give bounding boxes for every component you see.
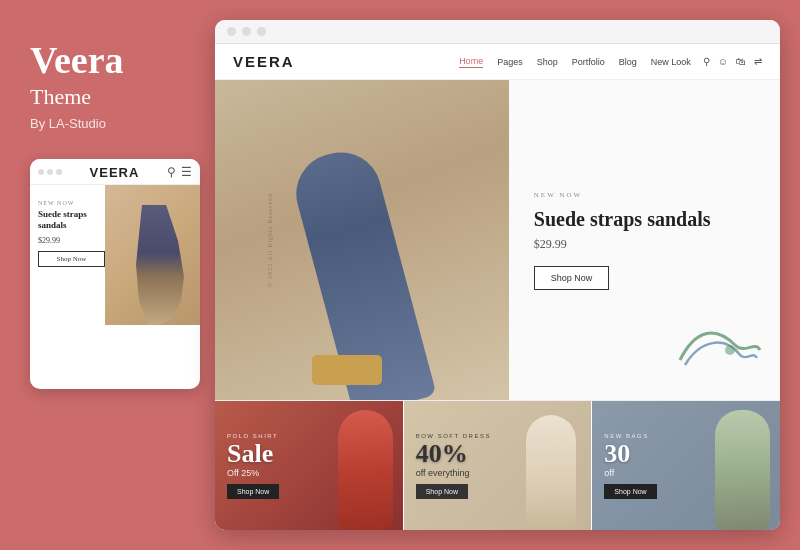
promo-btn-3[interactable]: Shop Now [604,484,656,499]
nav-item-pages[interactable]: Pages [497,57,523,67]
mobile-shoe-visual [105,185,200,325]
promo-tag-2: BOW SOFT DRESS [416,433,491,439]
promo-overlay-3: NEW BAGS 30 off Shop Now [592,401,780,530]
mobile-dots [38,169,62,175]
desktop-dot-3 [257,27,266,36]
desktop-user-icon[interactable]: ☺ [718,56,728,67]
hero-shoe-strap [312,355,382,385]
promo-btn-1[interactable]: Shop Now [227,484,279,499]
desktop-topbar [215,20,780,44]
desktop-nav-icons: ⚲ ☺ 🛍 ⇌ [703,56,762,67]
mobile-hero-image [105,185,200,325]
promo-card-3: NEW BAGS 30 off Shop Now [591,401,780,530]
hero-new-tag: NEW NOW [534,191,755,199]
mobile-shoe-leg [130,205,190,325]
promo-sub-text-3: off [604,468,614,478]
promo-big-text-3: 30 [604,441,630,467]
hero-content: NEW NOW Suede straps sandals $29.99 Shop… [509,80,780,400]
hero-price: $29.99 [534,237,755,252]
mobile-logo: VEERA [90,165,140,180]
mobile-top-bar: VEERA ⚲ ☰ [30,159,200,185]
mobile-shop-button[interactable]: Shop Now [38,251,105,267]
hero-image-area: © 2023 All Rights Reserved [215,80,509,400]
desktop-dot-2 [242,27,251,36]
hero-product-title: Suede straps sandals [534,207,755,231]
nav-item-blog[interactable]: Blog [619,57,637,67]
mobile-nav-icons: ⚲ ☰ [167,165,192,180]
mobile-new-tag: NEW NOW [38,200,105,206]
search-icon[interactable]: ⚲ [167,165,176,180]
desktop-hero: © 2023 All Rights Reserved NEW NOW Suede… [215,80,780,400]
brush-decoration [675,320,765,380]
desktop-nav-items: Home Pages Shop Portfolio Blog New Look [459,56,691,68]
desktop-cart-icon[interactable]: 🛍 [736,56,746,67]
mobile-preview: VEERA ⚲ ☰ NEW NOW Suede straps sandals $… [30,159,200,389]
promo-overlay-1: POLO SHIRT Sale Off 25% Shop Now [215,401,403,530]
promo-sub-text-1: Off 25% [227,468,259,478]
hero-shoe-visual [215,80,509,400]
promo-sub-text-2: off everything [416,468,470,478]
nav-item-shop[interactable]: Shop [537,57,558,67]
nav-item-portfolio[interactable]: Portfolio [572,57,605,67]
nav-item-newlook[interactable]: New Look [651,57,691,67]
hero-watermark: © 2023 All Rights Reserved [267,193,273,287]
brand-name: Veera [30,40,124,82]
nav-item-home[interactable]: Home [459,56,483,68]
promo-tag-1: POLO SHIRT [227,433,278,439]
promo-big-text-2: 40% [416,441,468,467]
mobile-dot-2 [47,169,53,175]
promo-tag-3: NEW BAGS [604,433,648,439]
promo-row: POLO SHIRT Sale Off 25% Shop Now BOW SOF… [215,400,780,530]
brand-by: By LA-Studio [30,116,106,131]
promo-overlay-2: BOW SOFT DRESS 40% off everything Shop N… [404,401,592,530]
mobile-dot-1 [38,169,44,175]
menu-icon[interactable]: ☰ [181,165,192,180]
svg-point-0 [725,345,735,355]
hero-shop-button[interactable]: Shop Now [534,266,610,290]
left-panel: Veera Theme By LA-Studio VEERA ⚲ ☰ NEW [0,0,215,550]
desktop-nav-logo: VEERA [233,53,295,70]
brand-theme-label: Theme [30,84,91,110]
desktop-navbar: VEERA Home Pages Shop Portfolio Blog New… [215,44,780,80]
desktop-share-icon[interactable]: ⇌ [754,56,762,67]
mobile-dot-3 [56,169,62,175]
mobile-product-content: NEW NOW Suede straps sandals $29.99 Shop… [30,195,110,267]
promo-big-text-1: Sale [227,441,273,467]
mobile-price: $29.99 [38,236,105,245]
promo-card-1: POLO SHIRT Sale Off 25% Shop Now [215,401,403,530]
desktop-preview: VEERA Home Pages Shop Portfolio Blog New… [215,20,780,530]
desktop-search-icon[interactable]: ⚲ [703,56,710,67]
mobile-body: NEW NOW Suede straps sandals $29.99 Shop… [30,185,200,380]
desktop-dot-1 [227,27,236,36]
promo-btn-2[interactable]: Shop Now [416,484,468,499]
mobile-product-title: Suede straps sandals [38,209,105,232]
promo-card-2: BOW SOFT DRESS 40% off everything Shop N… [403,401,592,530]
